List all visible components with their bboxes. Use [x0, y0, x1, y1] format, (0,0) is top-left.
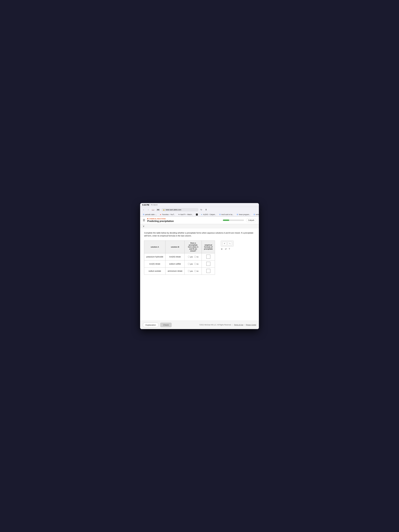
- solution-b-2: sodium sulfide: [165, 260, 185, 267]
- solution-b-1: iron(III) nitrate: [165, 253, 185, 260]
- google-favicon: G: [253, 214, 255, 215]
- bookmark-label: fuboTV – Watch...: [180, 214, 193, 215]
- reactions-table: solution A solution B Does a precipitate…: [144, 241, 215, 275]
- formula-cell-2: [202, 260, 215, 267]
- instructions-text: Complete the table below by deciding whe…: [144, 231, 255, 237]
- status-time: 5:44 PM: [142, 204, 149, 206]
- back-button[interactable]: ‹: [142, 208, 146, 212]
- bookmark-label: kno3 acid or ba...: [222, 214, 234, 215]
- refresh-button[interactable]: ↻: [199, 208, 203, 212]
- precipitate-radio-1: yes no: [185, 253, 202, 260]
- bookmark-kno3[interactable]: G kno3 acid or ba...: [218, 213, 234, 216]
- formula-tools-panel: x□ □□ ✕ ↺ ?: [221, 241, 234, 251]
- no-radio-2[interactable]: [194, 263, 196, 265]
- clear-button[interactable]: ✕: [221, 248, 223, 251]
- bookmark-fubotv[interactable]: TV fuboTV – Watch...: [177, 213, 194, 216]
- privacy-center-link[interactable]: Privacy Center: [246, 324, 256, 326]
- tv-favicon: TV: [178, 214, 180, 215]
- bookmark-label: Favorites – YouT...: [162, 214, 175, 215]
- aleks-header: ☰ CHEMICAL REACTIONS Predicting precipit…: [140, 217, 259, 224]
- no-radio-label-2[interactable]: no: [194, 263, 198, 265]
- formula-box-1[interactable]: [206, 255, 210, 259]
- bottom-bar: Explanation Check ©2021 McGraw Hill LLC.…: [140, 321, 259, 329]
- formula-cell-3: [202, 267, 215, 275]
- google-favicon: G: [219, 214, 221, 215]
- yes-radio-2[interactable]: [188, 263, 190, 265]
- forward-button[interactable]: ›: [146, 208, 150, 212]
- bookmark-label: write formulas f...: [256, 214, 259, 215]
- aleks-favicon: A: [201, 214, 203, 215]
- bookmark-label: ALEKS - Caliyah...: [203, 214, 216, 215]
- yes-radio-1[interactable]: [188, 256, 190, 258]
- bookmark-label: linear program...: [239, 214, 250, 215]
- url-text: www-awn.aleks.com: [166, 209, 181, 211]
- precipitate-radio-3: yes no: [185, 267, 202, 275]
- bookmark-linear-program[interactable]: G linear program...: [235, 213, 252, 216]
- aleks-breadcrumb: CHEMICAL REACTIONS Predicting precipitat…: [147, 218, 221, 223]
- google-favicon: G: [143, 214, 145, 215]
- progress-bar: [223, 220, 244, 221]
- subscript-button[interactable]: □□: [228, 242, 232, 245]
- student-badge: Caliyah: [246, 218, 256, 222]
- solution-a-1: potassium hydroxide: [144, 253, 165, 260]
- bookmark-label: periodic table -...: [145, 214, 157, 215]
- browser-chrome: ‹ › 📖 AA 🔒 www-awn.aleks.com ↻ ⬆ G perio…: [140, 207, 259, 217]
- superscript-button[interactable]: x□: [222, 242, 227, 245]
- help-button[interactable]: ?: [229, 248, 230, 250]
- youtube-favicon: ▶: [160, 214, 162, 215]
- footer-links: ©2021 McGraw Hill LLC. All Rights Reserv…: [199, 324, 256, 326]
- bookmark-button[interactable]: 📖: [151, 208, 155, 212]
- browser-content: ☰ CHEMICAL REACTIONS Predicting precipit…: [140, 217, 259, 329]
- formula-cell-1: [202, 253, 215, 260]
- table-row: iron(II) nitrate sodium sulfide yes: [144, 260, 215, 267]
- yes-radio-label-1[interactable]: yes: [188, 256, 193, 258]
- progress-fill: [223, 220, 229, 221]
- google-favicon: G: [237, 214, 238, 215]
- formula-box-2[interactable]: [206, 262, 210, 266]
- formula-action-area: ✕ ↺ ?: [221, 248, 234, 251]
- formula-box-3[interactable]: [206, 269, 210, 273]
- progress-bar-container: [223, 220, 244, 221]
- no-radio-1[interactable]: [194, 256, 196, 258]
- yes-radio-3[interactable]: [188, 270, 190, 272]
- check-button[interactable]: Check: [160, 323, 172, 327]
- col-header-precipitate: Does a precipitate form when A and B are…: [185, 241, 202, 253]
- no-radio-label-1[interactable]: no: [194, 256, 198, 258]
- page-content: Complete the table below by deciding whe…: [140, 228, 259, 281]
- no-radio-label-3[interactable]: no: [194, 270, 198, 272]
- subject-dot-icon: [147, 218, 148, 219]
- no-radio-3[interactable]: [194, 270, 196, 272]
- bookmark-aleks[interactable]: A ALEKS - Caliyah...: [200, 213, 217, 216]
- col-header-formula: empirical formula of precipitate: [202, 241, 215, 253]
- x-favicon: X: [196, 214, 198, 215]
- yes-radio-label-2[interactable]: yes: [188, 263, 193, 265]
- status-bar: 5:44 PM Fri Oct 8: [140, 203, 259, 207]
- device-frame: 5:44 PM Fri Oct 8 ‹ › 📖 AA 🔒 www-awn.ale…: [140, 203, 259, 329]
- explanation-button[interactable]: Explanation: [143, 323, 158, 327]
- col-header-solution-b: solution B: [165, 241, 185, 253]
- bookmark-favorites-youtube[interactable]: ▶ Favorites – YouT...: [159, 213, 176, 216]
- col-header-solution-a: solution A: [144, 241, 165, 253]
- bookmark-write-formulas[interactable]: G write formulas f...: [252, 213, 259, 216]
- address-bar[interactable]: 🔒 www-awn.aleks.com: [161, 208, 198, 211]
- footer-separator: |: [233, 324, 233, 326]
- table-row: potassium hydroxide iron(III) nitrate ye…: [144, 253, 215, 260]
- hamburger-button[interactable]: ☰: [143, 219, 145, 222]
- aleks-subject: CHEMICAL REACTIONS: [147, 218, 221, 220]
- chevron-down-button[interactable]: ∨: [143, 225, 145, 228]
- bookmark-x[interactable]: X: [195, 213, 199, 216]
- undo-button[interactable]: ↺: [225, 248, 227, 250]
- browser-toolbar: ‹ › 📖 AA 🔒 www-awn.aleks.com ↻ ⬆: [140, 207, 259, 213]
- terms-of-use-link[interactable]: Terms of Use: [234, 324, 243, 326]
- yes-radio-label-3[interactable]: yes: [188, 270, 193, 272]
- table-row: sodium acetate ammonium nitrate yes: [144, 267, 215, 275]
- font-size-button[interactable]: AA: [156, 209, 160, 211]
- bookmark-periodic-table[interactable]: G periodic table -...: [142, 213, 158, 216]
- page-title: Predicting precipitation: [147, 220, 221, 223]
- precipitate-radio-2: yes no: [185, 260, 202, 267]
- share-button[interactable]: ⬆: [204, 208, 208, 212]
- footer-separator-2: |: [244, 324, 245, 326]
- bookmarks-bar: G periodic table -... ▶ Favorites – YouT…: [140, 213, 259, 216]
- formula-toolbar: x□ □□: [221, 241, 234, 247]
- solution-b-3: ammonium nitrate: [165, 267, 185, 275]
